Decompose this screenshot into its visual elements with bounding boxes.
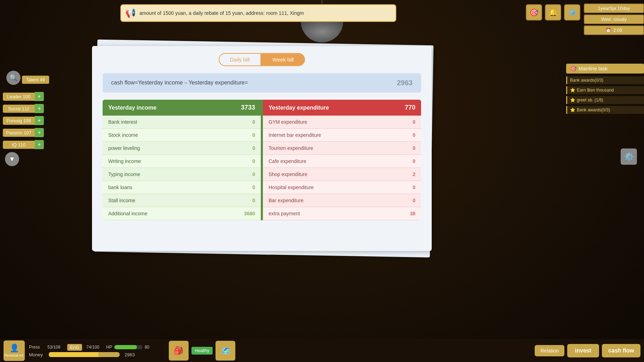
tourism-expenditure-value: 0 [413,145,415,151]
expenditure-header-total: 770 [405,104,415,111]
expend-row-tourism: Tourism expenditure 0 [263,142,421,155]
cashflow-value: 2963 [397,79,413,87]
target-icon-btn[interactable]: 🎯 [526,4,542,21]
star-icon-2: ⭐ [570,98,575,103]
income-row-writing: Writing income 0 [103,155,261,168]
stat-row-iq: IQ 110 + [3,140,57,149]
search-button[interactable]: 🔍 [6,71,21,85]
map-icon-btn[interactable]: 🗺️ [215,341,235,361]
bank-interest-label: Bank interest [108,119,137,125]
stat-row-social: Social 112 + [3,104,57,113]
tab-row: Daily bill Week bill [103,53,421,66]
iq-plus-btn[interactable]: + [35,140,44,149]
announcement-bar: 📢 amount of 1500 yuan, a daily rebate of… [120,4,396,22]
income-column: Yesterday income 3733 Bank interest 0 St… [103,100,261,220]
cashflow-row: cash flow=Yesterday income－Yesterday exp… [103,73,421,93]
power-leveling-value: 0 [252,145,255,151]
press-row: Press 53/108 EnG 74/100 HP 80 [29,344,162,351]
foresig-stat: Foresig 108 [3,117,35,125]
weekday-display: Wed. cloudy [584,14,644,24]
settings-icon-btn[interactable]: ⚙️ [621,148,637,165]
task-item-earn: ⭐Earn $ten thousand [566,86,644,94]
hp-label: HP [106,345,112,350]
expend-row-bar: Bar expenditure 0 [263,194,421,207]
expend-row-extra: extra payment 38 [263,207,421,220]
money-bar [49,352,120,357]
personal-info-btn[interactable]: 👤 Personal inf. [4,340,25,361]
expenditure-header: Yesterday expenditure 770 [263,100,421,116]
additional-income-value: 3680 [244,211,255,216]
stat-row-foresig: Foresig 108 + [3,116,57,125]
bag-icon-btn[interactable]: 🎒 [169,341,189,361]
iq-stat: IQ 110 [3,141,35,149]
mainline-task-icon: 🎯 [570,66,576,71]
bar-expenditure-value: 0 [413,198,415,203]
time-display: ⏰ 2:05 [584,25,644,35]
left-sidebar: 🔍 Talent 49 Leader 100 + Social 112 + Fo… [0,71,57,166]
daily-bill-tab[interactable]: Daily bill [219,53,261,66]
gear-icon-btn[interactable]: ⚙️ [564,4,580,21]
hospital-expenditure-value: 0 [413,185,415,190]
expend-row-shop: Shop expenditure 2 [263,168,421,181]
social-stat: Social 112 [3,105,35,113]
income-row-typing: Typing income 0 [103,168,261,181]
invest-btn[interactable]: invest [567,344,599,357]
income-row-power: power leveling 0 [103,142,261,155]
mainline-task-panel: 🎯 Mainline task Bank awards(0/3) ⭐Earn $… [566,64,644,116]
stat-row-passion: Passion 107 + [3,128,57,137]
down-arrow-btn[interactable]: ▼ [5,152,19,166]
bar-expenditure-label: Bar expenditure [269,198,304,203]
bank-loans-value: 0 [252,185,255,190]
hp-value: 80 [145,345,162,350]
cashflow-btn[interactable]: cash flow [602,344,640,357]
income-row-stock: Stock income 0 [103,129,261,142]
gym-expenditure-value: 0 [413,119,415,125]
eng-badge: EnG [67,344,82,351]
money-label: Money [29,352,47,357]
tourism-expenditure-label: Tourism expenditure [269,145,313,151]
typing-income-label: Typing income [108,171,140,177]
internet-bar-value: 0 [413,132,415,138]
health-badge: Healthy [191,347,213,355]
additional-income-label: Additional income [108,211,148,216]
gym-expenditure-label: GYM expenditure [269,119,307,125]
money-fill [49,352,98,357]
stock-income-value: 0 [252,132,255,138]
extra-payment-value: 38 [410,211,415,216]
income-header: Yesterday income 3733 [103,100,261,116]
leader-stat: Leader 100 [3,93,35,101]
income-row-stall: Stall income 0 [103,194,261,207]
expenditure-header-label: Yesterday expenditure [269,105,329,111]
income-row-additional: Additional income 3680 [103,207,261,220]
person-icon: 👤 [10,344,19,353]
hp-bar [114,345,143,349]
bell-icon-btn[interactable]: 🔔 [545,4,561,21]
megaphone-icon: 📢 [125,8,136,18]
date-time-panel: 1yearSpr.10day Wed. cloudy ⏰ 2:05 [584,4,644,35]
income-header-label: Yesterday income [108,105,156,111]
expend-row-cafe: Cafe expenditure 0 [263,155,421,168]
week-bill-tab[interactable]: Week bill [261,53,305,66]
passion-plus-btn[interactable]: + [35,128,44,137]
task-item-bank-awards2: ⭐Bank awards(0/3) [566,106,644,114]
bill-table: Yesterday income 3733 Bank interest 0 St… [103,100,421,220]
expenditure-column: Yesterday expenditure 770 GYM expenditur… [263,100,421,220]
expend-row-gym: GYM expenditure 0 [263,116,421,129]
announcement-text: amount of 1500 yuan, a daily rebate of 1… [139,10,304,16]
relation-btn[interactable]: Relation [535,345,564,356]
eng-value: 74/100 [86,345,104,350]
date-display: 1yearSpr.10day [584,4,644,13]
star-icon-3: ⭐ [570,107,575,112]
bill-container: Daily bill Week bill cash flow=Yesterday… [92,46,439,251]
paper-main: Daily bill Week bill cash flow=Yesterday… [92,46,432,251]
social-plus-btn[interactable]: + [35,104,44,113]
leader-plus-btn[interactable]: + [35,92,44,101]
typing-income-value: 0 [252,171,255,177]
foresig-plus-btn[interactable]: + [35,116,44,125]
personal-info-label: Personal inf. [4,354,24,357]
stall-income-label: Stall income [108,198,135,203]
income-row-bank-interest: Bank interest 0 [103,116,261,129]
press-value: 53/108 [47,345,65,350]
writing-income-value: 0 [252,158,255,164]
bank-interest-value: 0 [252,119,255,125]
